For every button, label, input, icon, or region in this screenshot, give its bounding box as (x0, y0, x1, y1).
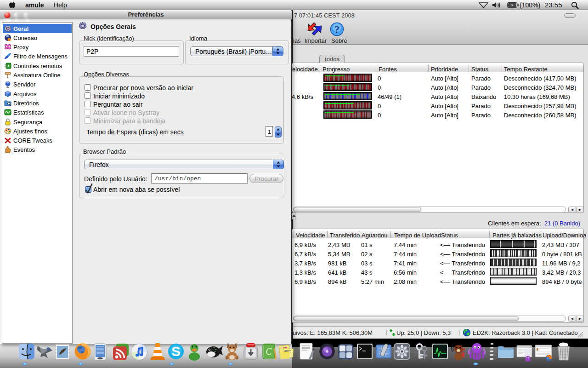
svg-text:C: C (266, 346, 272, 356)
svg-text:?: ? (334, 24, 340, 35)
svg-text:S: S (171, 344, 181, 359)
